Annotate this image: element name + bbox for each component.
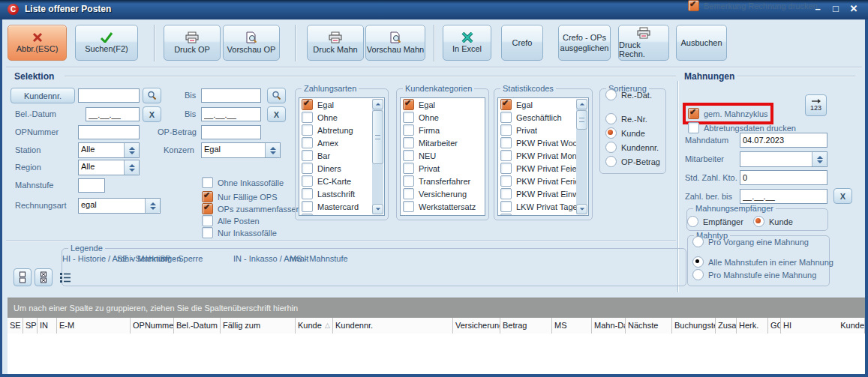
bel-datum-bis-input[interactable] (201, 107, 261, 121)
checkbox-icon[interactable] (500, 150, 512, 161)
checkbox-icon[interactable] (403, 201, 414, 212)
sort-option[interactable]: Re.-Dat. (605, 89, 652, 100)
column-header[interactable]: Buchungstext (672, 318, 716, 334)
checkbox-icon[interactable] (302, 99, 313, 110)
zahl-ber-bis-input[interactable] (740, 189, 827, 204)
opnummer-input[interactable] (78, 125, 140, 139)
radio-icon[interactable] (753, 216, 764, 227)
kundennr-button[interactable]: Kundennr. (11, 88, 75, 103)
option-checkbox[interactable]: Nur Inkassofälle (202, 227, 277, 238)
sort-option[interactable]: OP-Betrag (605, 156, 660, 167)
option-checkbox[interactable]: Nur Fällige OPS (202, 191, 277, 202)
mahntyp-option[interactable]: Pro Vorgang eine Mahnung (692, 236, 809, 247)
checkbox-icon[interactable] (403, 112, 414, 123)
scroll-up-icon[interactable] (576, 99, 587, 109)
column-header[interactable]: SE (8, 318, 23, 334)
checkbox-icon[interactable] (500, 214, 512, 216)
maximize-icon[interactable]: □ (830, 3, 841, 14)
spinner-icon[interactable] (265, 143, 280, 157)
column-header[interactable]: Nächste (626, 318, 672, 334)
empfaenger-option[interactable]: Kunde (753, 216, 793, 227)
zahlungsarten-list[interactable]: Egal Ohne Abtretung Amex Bar Diners (299, 97, 385, 216)
list-item[interactable]: Privat (498, 124, 576, 136)
checkbox-icon[interactable] (500, 137, 512, 148)
radio-icon[interactable] (692, 236, 704, 247)
column-header[interactable]: Fällig zum (221, 318, 296, 334)
crefo-button[interactable]: Crefo (501, 25, 543, 61)
preview-op-button[interactable]: Vorschau OP (223, 25, 280, 61)
rechnungsart-combo[interactable]: egal (78, 198, 161, 214)
uncheck-all-button[interactable] (14, 268, 32, 286)
check-all-button[interactable] (35, 268, 53, 286)
list-view-button[interactable] (56, 268, 74, 286)
mahnungen-checkbox[interactable]: gem. Mahnzyklus (688, 108, 768, 119)
column-header[interactable]: Herk. (737, 318, 768, 334)
excel-button[interactable]: In Excel (443, 25, 491, 61)
checkbox-icon[interactable] (500, 124, 512, 136)
list-item[interactable]: PKW Privat Woche (498, 136, 576, 149)
option-checkbox[interactable]: OPs zusammenfassen (202, 203, 301, 214)
checkbox-icon[interactable] (500, 201, 512, 212)
list-item[interactable]: Geschäftlich (498, 111, 576, 124)
checkbox-icon[interactable] (500, 163, 512, 174)
checkbox-icon[interactable] (403, 175, 414, 187)
list-item[interactable]: Egal (498, 98, 576, 111)
column-header[interactable]: HI (781, 318, 838, 334)
radio-icon[interactable] (605, 89, 617, 100)
checkbox-icon[interactable] (302, 137, 313, 148)
station-combo[interactable]: Alle (78, 142, 140, 158)
empfaenger-option[interactable]: Empfänger (687, 216, 743, 227)
scrollbar-thumb[interactable] (372, 110, 383, 164)
checkbox-icon[interactable] (202, 191, 213, 202)
crefo-ops-button[interactable]: Crefo - OPs ausgeglichen (558, 25, 611, 61)
checkbox-icon[interactable] (302, 175, 313, 187)
zahlungsarten-scrollbar[interactable] (372, 99, 383, 214)
bel-datum-von-clear-button[interactable]: X (143, 106, 161, 122)
checkbox-icon[interactable] (500, 175, 512, 187)
column-header[interactable]: Betrag (500, 318, 552, 334)
ausbuchen-button[interactable]: Ausbuchen (676, 25, 727, 61)
list-item[interactable]: Egal (401, 98, 485, 111)
konzern-combo[interactable]: Egal (201, 142, 281, 158)
bel-datum-bis-clear-button[interactable]: X (267, 106, 286, 122)
checkbox-icon[interactable] (202, 203, 213, 214)
checkbox-icon[interactable] (500, 188, 512, 199)
mitarbeiter-combo[interactable] (740, 151, 827, 167)
radio-icon[interactable] (692, 269, 704, 280)
std-zahl-kto-input[interactable] (740, 170, 827, 185)
abort-button[interactable]: Abbr.(ESC) (8, 25, 67, 61)
print-op-button[interactable]: Druck OP (164, 25, 221, 61)
group-by-drop-zone[interactable]: Um nach einer Spalte zu gruppieren, zieh… (8, 298, 865, 318)
checkbox-icon[interactable] (302, 150, 313, 161)
checkbox-icon[interactable] (403, 150, 414, 161)
checkbox-icon[interactable] (688, 122, 699, 133)
checkbox-icon[interactable] (500, 99, 512, 110)
checkbox-icon[interactable] (403, 163, 414, 174)
spinner-icon[interactable] (812, 152, 827, 166)
column-header[interactable]: Zusatztext (716, 318, 737, 334)
scroll-up-icon[interactable] (372, 99, 383, 109)
sort-option[interactable]: Kunde (605, 127, 645, 139)
mahntyp-option[interactable]: Pro Mahnstufe eine Mahnung (692, 269, 816, 280)
kundennr-von-input[interactable] (78, 88, 140, 103)
list-item[interactable]: PKW Privat Monat (498, 149, 576, 162)
column-header[interactable]: Kunde (296, 318, 333, 334)
list-item[interactable]: Mitarbeiter (401, 136, 485, 149)
checkbox-icon[interactable] (403, 137, 414, 148)
radio-icon[interactable] (687, 216, 698, 227)
list-item[interactable]: PKW Privat Feierta (498, 162, 576, 175)
column-header[interactable]: Kundennr. (333, 318, 453, 334)
checkbox-icon[interactable] (403, 124, 414, 136)
column-header[interactable]: Versicherung (453, 318, 500, 334)
column-header[interactable]: Bel.-Datum (174, 318, 221, 334)
checkbox-icon[interactable] (403, 99, 414, 110)
column-header[interactable]: E-M (57, 318, 131, 334)
list-item[interactable]: PKW Privat Einweg (498, 187, 576, 200)
close-icon[interactable]: ✕ (848, 3, 859, 14)
column-header[interactable]: MS (552, 318, 592, 334)
statistikcodes-scrollbar[interactable] (576, 99, 587, 214)
list-item[interactable]: Privat (401, 162, 485, 175)
checkbox-icon[interactable] (688, 108, 699, 119)
preview-mahn-button[interactable]: Vorschau Mahn (365, 25, 425, 61)
list-item[interactable]: LKW Privat Tages (498, 200, 576, 213)
